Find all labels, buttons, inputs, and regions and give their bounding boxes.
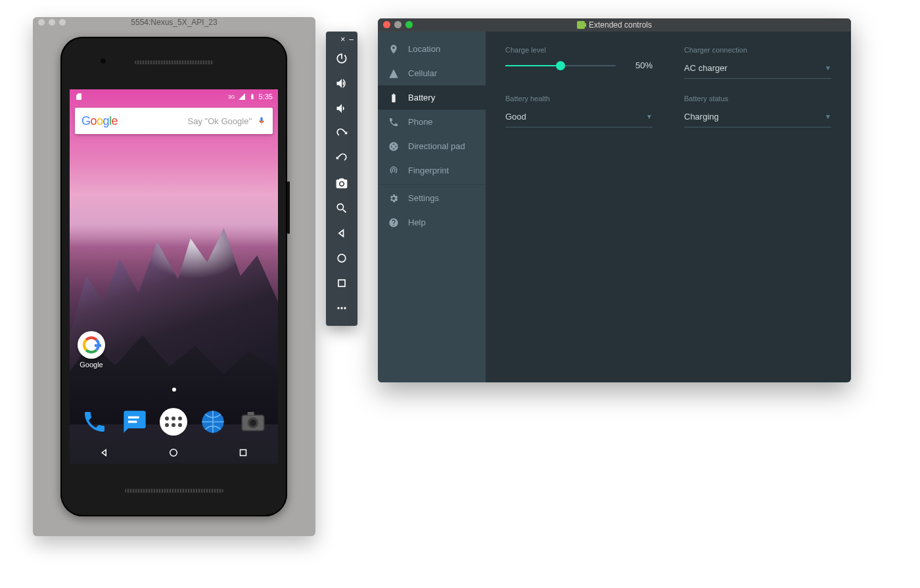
close-dot[interactable] xyxy=(38,19,45,26)
power-button[interactable] xyxy=(326,46,357,71)
sidebar-item-label: Fingerprint xyxy=(408,166,449,175)
svg-rect-0 xyxy=(128,417,139,418)
svg-point-13 xyxy=(340,307,342,309)
messenger-icon[interactable] xyxy=(120,407,149,436)
phone-icon xyxy=(388,117,399,127)
toolbar-close-icon[interactable]: × xyxy=(340,35,345,43)
sdcard-icon xyxy=(75,93,83,101)
overview-nav-button[interactable] xyxy=(326,271,357,296)
chevron-down-icon: ▼ xyxy=(646,113,653,120)
google-app-shortcut[interactable]: Google xyxy=(78,331,105,369)
screenshot-button[interactable] xyxy=(326,171,357,196)
rotate-left-button[interactable] xyxy=(326,121,357,146)
battery-icon xyxy=(388,93,399,103)
browser-icon[interactable] xyxy=(198,407,227,436)
home-button[interactable] xyxy=(168,447,179,459)
ext-main-panel: Charge level 50% Charger connection AC c… xyxy=(486,32,851,382)
camera-app-icon[interactable] xyxy=(239,407,267,436)
earpiece-speaker xyxy=(135,60,214,64)
mic-icon[interactable] xyxy=(257,115,266,127)
ext-traffic-lights xyxy=(383,21,413,28)
toolbar-window-controls: × – xyxy=(326,35,357,46)
front-camera xyxy=(100,58,106,64)
dialer-icon[interactable] xyxy=(80,407,109,436)
bottom-speaker xyxy=(125,489,223,493)
sidebar-item-phone[interactable]: Phone xyxy=(378,110,486,134)
sidebar-item-label: Location xyxy=(408,44,440,54)
dpad-icon xyxy=(388,141,399,152)
sidebar-item-label: Battery xyxy=(408,93,435,102)
sidebar-item-fingerprint[interactable]: Fingerprint xyxy=(378,158,486,183)
fingerprint-icon xyxy=(388,166,399,176)
emulator-window: 5554:Nexus_5X_API_23 3G xyxy=(33,17,315,536)
location-icon xyxy=(388,44,399,55)
sidebar-item-label: Help xyxy=(408,217,426,227)
sidebar-item-label: Settings xyxy=(408,193,439,203)
overview-button[interactable] xyxy=(237,447,249,459)
sidebar-item-label: Directional pad xyxy=(408,141,465,151)
charge-level-value: 50% xyxy=(626,60,653,70)
ext-zoom-dot[interactable] xyxy=(405,21,413,28)
google-app-label: Google xyxy=(80,361,103,369)
svg-point-12 xyxy=(337,307,339,309)
sidebar-item-label: Cellular xyxy=(408,68,437,78)
battery-status-select[interactable]: Charging ▼ xyxy=(684,109,831,127)
svg-rect-7 xyxy=(247,412,254,415)
svg-point-14 xyxy=(344,307,346,309)
battery-icon xyxy=(248,93,256,101)
phone-screen[interactable]: 3G 5:35 Google Say "Ok Google" xyxy=(70,89,278,464)
cellular-icon xyxy=(388,68,399,79)
charge-level-slider[interactable] xyxy=(505,65,616,66)
hotseat xyxy=(70,402,278,441)
page-indicator xyxy=(172,388,176,392)
back-nav-button[interactable] xyxy=(326,221,357,246)
svg-point-10 xyxy=(338,254,346,262)
chevron-down-icon: ▼ xyxy=(825,113,831,120)
search-hint: Say "Ok Google" xyxy=(188,116,252,126)
sidebar-divider xyxy=(378,184,486,185)
svg-rect-1 xyxy=(128,420,137,422)
app-drawer-icon[interactable] xyxy=(160,408,187,436)
help-icon xyxy=(388,217,399,228)
sidebar-item-settings[interactable]: Settings xyxy=(378,186,486,210)
extended-controls-window: Extended controls LocationCellularBatter… xyxy=(378,18,851,382)
zoom-dot[interactable] xyxy=(59,19,66,26)
emulator-toolbar: × – xyxy=(326,32,357,326)
sidebar-item-location[interactable]: Location xyxy=(378,37,486,61)
volume-down-button[interactable] xyxy=(326,96,357,121)
sidebar-item-label: Phone xyxy=(408,117,433,127)
ext-title: Extended controls xyxy=(589,20,652,30)
zoom-button[interactable] xyxy=(326,196,357,221)
charger-connection-value: AC charger xyxy=(684,63,727,73)
toolbar-minimize-icon[interactable]: – xyxy=(349,35,354,43)
network-type: 3G xyxy=(228,94,235,100)
battery-titlebar-icon xyxy=(577,21,585,29)
google-logo: Google xyxy=(81,114,118,128)
navigation-bar xyxy=(70,441,278,464)
battery-health-select[interactable]: Good ▼ xyxy=(505,109,653,127)
signal-icon xyxy=(238,93,246,101)
charger-connection-select[interactable]: AC charger ▼ xyxy=(684,60,831,79)
battery-status-field: Battery status Charging ▼ xyxy=(684,95,831,127)
minimize-dot[interactable] xyxy=(49,19,55,26)
sidebar-item-help[interactable]: Help xyxy=(378,210,486,235)
volume-up-button[interactable] xyxy=(326,71,357,96)
home-nav-button[interactable] xyxy=(326,246,357,271)
sidebar-item-cellular[interactable]: Cellular xyxy=(378,61,486,85)
status-bar: 3G 5:35 xyxy=(70,89,278,104)
ext-min-dot[interactable] xyxy=(394,21,402,28)
battery-status-label: Battery status xyxy=(684,95,831,102)
google-app-icon xyxy=(78,331,105,359)
more-button[interactable] xyxy=(326,296,357,321)
sidebar-item-dpad[interactable]: Directional pad xyxy=(378,134,486,158)
ext-close-dot[interactable] xyxy=(383,21,390,28)
back-button[interactable] xyxy=(99,447,110,459)
rotate-right-button[interactable] xyxy=(326,146,357,171)
charger-connection-field: Charger connection AC charger ▼ xyxy=(684,46,831,79)
chevron-down-icon: ▼ xyxy=(825,64,831,72)
google-search-widget[interactable]: Google Say "Ok Google" xyxy=(75,108,273,134)
svg-point-6 xyxy=(250,420,256,426)
sidebar-item-battery[interactable]: Battery xyxy=(378,85,486,110)
charge-level-field: Charge level 50% xyxy=(505,46,653,79)
ext-titlebar: Extended controls xyxy=(378,18,851,32)
